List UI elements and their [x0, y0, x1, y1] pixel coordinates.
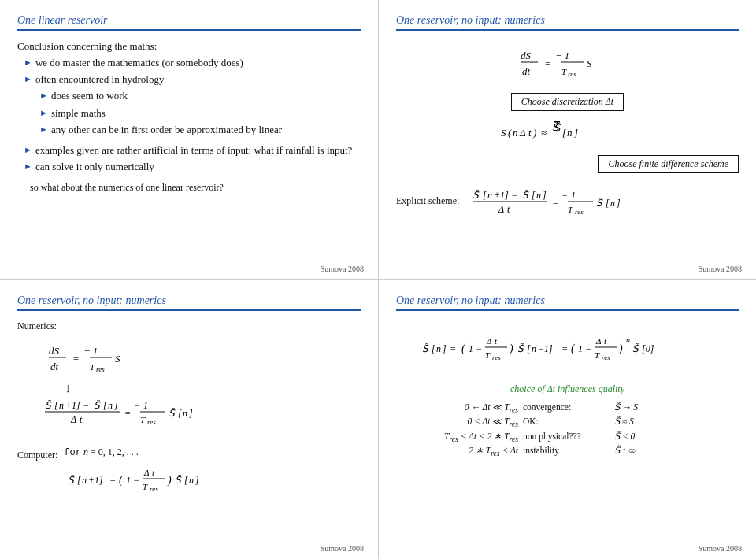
svg-text:res: res — [96, 365, 105, 373]
choose-fd-label: Choose finite difference scheme — [598, 155, 739, 173]
svg-text:−: − — [133, 475, 139, 486]
svg-text:−1]: −1] — [538, 343, 553, 354]
svg-text:t: t — [80, 414, 83, 425]
q1-sub-list: ► does seem to work ► simple maths ► any… — [39, 89, 361, 137]
svg-text:S: S — [501, 127, 506, 139]
page: One linear reservoir Conclusion concerni… — [0, 0, 756, 559]
svg-text:S̃: S̃ — [169, 408, 176, 419]
svg-text:−: − — [134, 400, 140, 411]
list-item: ► does seem to work — [39, 89, 361, 103]
svg-text:T: T — [561, 67, 567, 76]
q3-sumova: Sumova 2008 — [321, 544, 364, 553]
svg-text:n: n — [610, 198, 615, 209]
svg-text:res: res — [492, 354, 501, 361]
svg-text:dS: dS — [521, 50, 532, 61]
q1-sumova: Sumova 2008 — [321, 265, 364, 273]
svg-text:t: t — [507, 204, 510, 215]
q3-computer-row: Computer: for n = 0, 1, 2, . . . S̃ [ n … — [17, 446, 361, 508]
svg-text:(: ( — [508, 127, 512, 139]
q1-bottom-list: ► examples given are rather artificial i… — [24, 143, 361, 174]
choose-discr-label: Choose discretization Δt — [511, 93, 624, 111]
svg-text:]: ] — [188, 408, 193, 419]
list-item: ► simple maths — [39, 106, 361, 120]
svg-text:=: = — [124, 408, 131, 419]
q2-sumova: Sumova 2008 — [699, 265, 742, 273]
svg-text:dt: dt — [50, 361, 59, 372]
svg-text:S̃: S̃ — [68, 475, 75, 486]
q3-down-arrow: ↓ — [65, 382, 361, 394]
svg-text:n: n — [59, 400, 64, 411]
arrow-icon: ► — [39, 90, 48, 102]
svg-text:res: res — [602, 354, 610, 361]
q2-ode-svg: dS dt = − 1 T res S — [513, 45, 623, 80]
svg-text:−: − — [83, 345, 91, 357]
svg-text:Δ: Δ — [486, 336, 491, 346]
q3-ode-svg: dS dt = − 1 T res S — [41, 340, 151, 376]
quadrant-top-left: One linear reservoir Conclusion concerni… — [0, 0, 378, 280]
svg-text:res: res — [568, 70, 576, 78]
svg-text:dS: dS — [49, 345, 60, 357]
svg-text:T: T — [140, 415, 146, 424]
svg-text:T: T — [90, 362, 95, 372]
q2-fd-box-container: Choose finite difference scheme — [396, 150, 739, 178]
svg-text:S̃: S̃ — [632, 343, 639, 354]
quadrant-top-right: One reservoir, no input: numerics dS dt … — [378, 0, 756, 280]
arrow-icon: ► — [24, 161, 32, 172]
q3-computer-block: for n = 0, 1, 2, . . . S̃ [ n +1] = ( 1 … — [64, 446, 229, 508]
q3-ode: dS dt = − 1 T res S — [41, 340, 361, 379]
svg-text:n: n — [513, 127, 518, 139]
q3-computer-label: Computer: — [17, 450, 57, 461]
svg-text:S̃: S̃ — [522, 190, 529, 201]
q3-update-eq-svg: S̃ [ n +1] = ( 1 − Δ t T res ) S̃ [ — [64, 461, 229, 505]
svg-text:n: n — [82, 475, 87, 486]
svg-text:=: = — [561, 343, 568, 354]
svg-text:−: − — [555, 50, 562, 61]
svg-text:Δ: Δ — [498, 204, 504, 215]
q4-title: One reservoir, no input: numerics — [396, 294, 739, 311]
svg-text:n: n — [626, 335, 630, 344]
svg-text:t: t — [528, 127, 532, 139]
svg-text:≈: ≈ — [541, 127, 547, 139]
q2-explicit-label: Explicit scheme: — [396, 195, 459, 207]
q4-table: 0 ← Δt ≪ Tres convergence: S̃ → S 0 < Δt… — [396, 402, 739, 457]
svg-text:S̃: S̃ — [472, 190, 480, 201]
svg-text:S̃: S̃ — [175, 475, 182, 486]
svg-text:−: − — [476, 343, 482, 354]
svg-text:=: = — [450, 343, 456, 354]
quadrant-bottom-left: One reservoir, no input: numerics Numeri… — [0, 280, 378, 559]
svg-text:n: n — [536, 190, 541, 201]
svg-text:res: res — [150, 485, 158, 493]
q4-main-eq: S̃ [ n ] = ( 1 − Δ t T res ) S̃ [ n −1] — [396, 327, 739, 377]
arrow-icon: ► — [24, 57, 32, 68]
svg-text:(: ( — [571, 342, 576, 355]
q2-discr-box: Choose discretization Δt — [396, 88, 739, 116]
svg-text:S̃: S̃ — [94, 400, 101, 411]
svg-text:S: S — [115, 353, 120, 365]
svg-text:(: ( — [119, 474, 124, 487]
table-row: 2 ∗ Tres < Δt instability S̃ ↑ ∞ — [396, 445, 739, 457]
q2-explicit-row: Explicit scheme: S̃ [ n +1] − S̃ [ n ] Δ… — [396, 184, 739, 228]
q3-discrete-eq: S̃ [ n +1] − S̃ [ n ] Δ t = − 1 T res S̃… — [41, 396, 361, 439]
svg-text:Δ: Δ — [595, 336, 601, 346]
svg-text:1: 1 — [93, 346, 98, 357]
table-row: Tres < Δt < 2 ∗ Tres non physical??? S̃ … — [396, 431, 739, 443]
quadrant-bottom-right: One reservoir, no input: numerics S̃ [ n… — [378, 280, 756, 559]
q1-title: One linear reservoir — [17, 14, 361, 31]
q3-for-loop: for n = 0, 1, 2, . . . — [64, 446, 229, 458]
svg-text:t: t — [152, 468, 155, 477]
svg-text:n: n — [108, 400, 113, 411]
q4-sumova: Sumova 2008 — [699, 544, 742, 553]
list-item: ► any other can be in first order be app… — [39, 123, 361, 137]
svg-text:1: 1 — [578, 343, 583, 354]
q2-approx: S ( n Δ t ) ≈ S̃ S̃ [ n ] — [396, 120, 739, 146]
q3-title: One reservoir, no input: numerics — [17, 294, 361, 311]
q4-choice-text: choice of Δt influences quality — [396, 383, 739, 395]
q1-question: so what about the numerics of one linear… — [30, 182, 361, 194]
q2-main-eq: dS dt = − 1 T res S — [396, 45, 739, 83]
svg-text:S̃: S̃ — [596, 198, 603, 209]
svg-text:res: res — [147, 418, 156, 426]
list-item: ► can solve it only numerically — [24, 160, 361, 174]
svg-text:S̃: S̃ — [422, 343, 429, 354]
svg-text:T: T — [485, 350, 491, 360]
svg-text:]: ] — [616, 198, 621, 209]
